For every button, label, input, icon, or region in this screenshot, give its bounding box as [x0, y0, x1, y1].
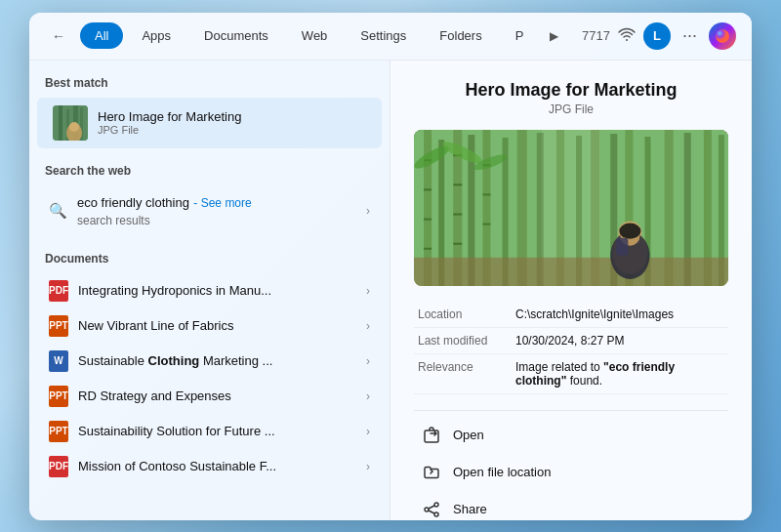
search-web-label: Search the web: [29, 164, 390, 185]
play-button[interactable]: ▶: [542, 24, 565, 48]
file-thumbnail: [53, 105, 88, 141]
meta-row-location: Location C:\scratch\Ignite\Ignite\Images: [414, 302, 728, 328]
svg-rect-34: [453, 213, 462, 215]
folder-icon: [422, 463, 441, 482]
image-preview: [414, 130, 728, 286]
search-web-section: Search the web 🔍 eco friendly clothing -…: [29, 152, 390, 240]
doc-name: RD Strategy and Expenses: [78, 389, 356, 403]
meta-row-modified: Last modified 10/30/2024, 8:27 PM: [414, 327, 728, 353]
svg-rect-49: [616, 237, 628, 255]
list-item[interactable]: W Sustainable Clothing Marketing ... ›: [33, 344, 386, 379]
list-item[interactable]: PDF Mission of Contoso Sustainable F... …: [33, 449, 386, 484]
left-panel: Best match: [29, 61, 390, 520]
svg-point-8: [69, 122, 79, 132]
chevron-right-icon: ›: [366, 284, 370, 298]
pdf-icon: PDF: [49, 456, 68, 477]
svg-rect-3: [59, 105, 62, 141]
right-panel: Hero Image for Marketing JPG File: [390, 61, 752, 520]
web-query-text: eco friendly clothing: [77, 195, 189, 210]
meta-value-location: C:\scratch\Ignite\Ignite\Images: [512, 302, 728, 328]
svg-rect-33: [453, 184, 462, 185]
list-item[interactable]: PPT New Vibrant Line of Fabrics ›: [33, 308, 386, 344]
best-match-name: Hero Image for Marketing: [98, 109, 366, 124]
svg-rect-29: [424, 188, 432, 190]
svg-point-0: [626, 39, 628, 41]
chevron-right-icon: ›: [366, 354, 370, 368]
detail-title: Hero Image for Marketing: [414, 80, 728, 101]
list-item[interactable]: PPT Sustainability Solution for Future .…: [33, 414, 386, 449]
wifi-icon: [618, 27, 636, 44]
tab-all[interactable]: All: [80, 22, 123, 49]
meta-label-relevance: Relevance: [414, 353, 512, 393]
svg-point-1: [716, 29, 729, 43]
chevron-right-icon: ›: [366, 319, 370, 333]
open-file-location-action[interactable]: Open file location: [414, 456, 728, 489]
svg-rect-38: [482, 223, 490, 225]
meta-label-location: Location: [414, 302, 512, 328]
open-icon: [422, 426, 441, 445]
doc-name: Sustainability Solution for Future ...: [78, 424, 356, 438]
meta-value-modified: 10/30/2024, 8:27 PM: [512, 327, 728, 353]
documents-label: Documents: [29, 252, 390, 273]
best-match-info: Hero Image for Marketing JPG File: [98, 109, 366, 136]
top-bar: ← All Apps Documents Web Settings Folder…: [29, 13, 752, 61]
svg-rect-43: [414, 257, 728, 285]
right-icons: 7717 L ···: [582, 22, 736, 50]
svg-point-48: [619, 223, 640, 238]
tab-web[interactable]: Web: [287, 22, 343, 49]
meta-row-relevance: Relevance Image related to "eco friendly…: [414, 353, 728, 393]
list-item[interactable]: PPT RD Strategy and Expenses ›: [33, 379, 386, 414]
web-see-more: - See more: [193, 196, 251, 210]
svg-rect-37: [482, 193, 490, 195]
open-file-location-label: Open file location: [453, 465, 551, 479]
action-list: Open Open file location: [414, 419, 728, 520]
svg-rect-35: [453, 242, 462, 244]
open-label: Open: [453, 428, 484, 442]
main-content: Best match: [29, 61, 752, 520]
doc-name: Mission of Contoso Sustainable F...: [78, 459, 356, 473]
tab-folders[interactable]: Folders: [425, 22, 496, 49]
web-sub-text: search results: [77, 214, 150, 227]
web-search-content: eco friendly clothing - See more search …: [77, 193, 356, 228]
tab-apps[interactable]: Apps: [127, 22, 185, 49]
ppt-icon: PPT: [49, 315, 68, 337]
tab-p[interactable]: P: [501, 22, 539, 49]
meta-table: Location C:\scratch\Ignite\Ignite\Images…: [414, 302, 728, 394]
best-match-type: JPG File: [98, 124, 366, 136]
meta-label-modified: Last modified: [414, 327, 512, 353]
doc-name: Sustainable Clothing Marketing ...: [78, 353, 356, 368]
documents-section: Documents PDF Integrating Hydroponics in…: [29, 240, 390, 488]
tab-settings[interactable]: Settings: [346, 22, 421, 49]
share-icon: [422, 500, 441, 519]
chevron-right-icon: ›: [366, 425, 370, 438]
list-item[interactable]: PDF Integrating Hydroponics in Manu... ›: [33, 273, 386, 308]
svg-rect-30: [424, 218, 432, 220]
chevron-right-icon: ›: [366, 204, 370, 218]
pdf-icon: PDF: [49, 280, 68, 302]
svg-rect-31: [424, 247, 432, 249]
best-match-label: Best match: [29, 76, 390, 98]
best-match-item[interactable]: Hero Image for Marketing JPG File: [37, 98, 382, 148]
open-action[interactable]: Open: [414, 419, 728, 452]
web-search-item[interactable]: 🔍 eco friendly clothing - See more searc…: [33, 185, 386, 236]
doc-name: New Vibrant Line of Fabrics: [78, 318, 356, 333]
share-label: Share: [453, 502, 487, 516]
ppt-icon: PPT: [49, 386, 68, 407]
meta-value-relevance: Image related to "eco friendly clothing"…: [512, 353, 728, 393]
search-icon: 🔍: [49, 202, 67, 220]
chevron-right-icon: ›: [366, 460, 370, 473]
back-button[interactable]: ←: [45, 22, 72, 50]
chevron-right-icon: ›: [366, 389, 370, 403]
doc-name: Integrating Hydroponics in Manu...: [78, 283, 356, 298]
tab-documents[interactable]: Documents: [189, 22, 283, 49]
word-icon: W: [49, 350, 68, 372]
more-options-button[interactable]: ···: [678, 25, 701, 46]
detail-subtitle: JPG File: [414, 102, 728, 116]
copilot-button[interactable]: [709, 22, 736, 50]
ppt-icon: PPT: [49, 421, 68, 442]
share-action[interactable]: Share: [414, 493, 728, 520]
svg-rect-50: [425, 430, 438, 442]
divider: [414, 410, 728, 411]
filter-tabs: All Apps Documents Web Settings Folders …: [80, 22, 566, 49]
user-avatar[interactable]: L: [643, 22, 671, 50]
